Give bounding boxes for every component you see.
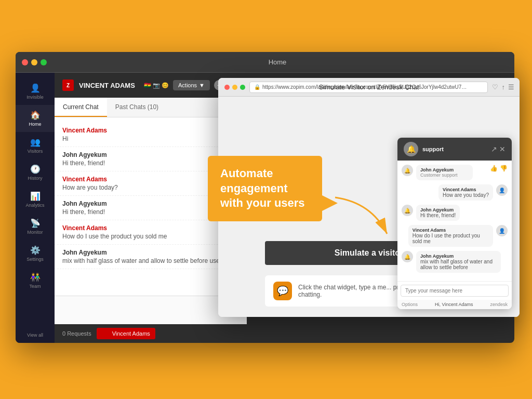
visitor-avatar-sm: 👤 (496, 184, 508, 196)
widget-message-input[interactable] (401, 285, 509, 297)
callout-arrow (330, 192, 392, 244)
sim-max-btn[interactable] (240, 85, 245, 90)
sidebar-item-home[interactable]: 🏠 Home (16, 105, 55, 132)
widget-message-item: 🔔 John Agyekum mix with half glass of wa… (402, 251, 508, 273)
agent-avatar-sm: 🔔 (402, 205, 413, 216)
sidebar-label-team: Team (29, 284, 41, 289)
sidebar-item-analytics[interactable]: 📊 Analytics (16, 186, 55, 213)
widget-msg-text: How do I use the product you sold me (413, 233, 489, 244)
widget-support-label: support (422, 146, 444, 152)
browser-nav-icons: ♡ ↑ ☰ (492, 83, 514, 91)
main-window-title: Home (47, 58, 508, 66)
status-user-badge: Vincent Adams (97, 328, 155, 339)
sidebar-item-visitors[interactable]: 👥 Visitors (16, 132, 55, 159)
sidebar-item-invisible[interactable]: 👤 Invisible (16, 78, 55, 105)
sim-window-controls (224, 85, 245, 90)
settings-icon: ⚙️ (30, 245, 41, 255)
agent-avatar-sm: 🔔 (402, 165, 413, 176)
close-btn-main[interactable] (22, 59, 28, 65)
sidebar-item-settings[interactable]: ⚙️ Settings (16, 240, 55, 267)
menu-icon: ☰ (508, 83, 514, 91)
sidebar-item-viewall[interactable]: View all (16, 327, 55, 343)
sim-min-btn[interactable] (232, 85, 237, 90)
widget-sender: John Agyekum (420, 254, 497, 259)
widget-msg-text: mix with half glass of water and allow t… (420, 259, 497, 270)
thumbs-up-btn[interactable]: 👍 (490, 165, 498, 172)
thumbs-down-btn[interactable]: 👎 (500, 165, 508, 172)
chat-widget-icon: 💬 (273, 282, 292, 300)
bookmark-icon: ♡ (492, 83, 498, 91)
max-btn-main[interactable] (41, 59, 47, 65)
widget-sender: Vincent Adams (443, 187, 489, 192)
widget-greeting: Hi, Vincent Adams (435, 302, 473, 307)
sidebar: 👤 Invisible 🏠 Home 👥 Visitors 🕐 History … (16, 73, 55, 343)
chat-widget-popup: 🔔 support ↗ ✕ 🔔 John Agyekum Customer su… (397, 138, 512, 309)
message-sender: John Agyekum (62, 249, 239, 256)
widget-bubble: Vincent Adams How do I use the product y… (408, 225, 493, 247)
widget-bubble: Vincent Adams How are you today? (438, 184, 493, 201)
tab-past-chats[interactable]: Past Chats (10) (107, 98, 167, 117)
sidebar-label-viewall: View all (27, 332, 43, 338)
actions-button[interactable]: Actions ▼ (173, 80, 210, 90)
feedback-buttons: 👍 👎 (490, 165, 508, 172)
agent-avatar: 🔔 (404, 142, 418, 156)
widget-sender: Vincent Adams (413, 228, 489, 233)
widget-header: 🔔 support ↗ ✕ (397, 138, 512, 161)
sidebar-label-history: History (28, 176, 42, 181)
status-icons: 🇬🇭 📷 😊 (144, 82, 169, 89)
badge-username: Vincent Adams (112, 330, 150, 337)
requests-count: 0 Requests (62, 330, 91, 337)
simulate-topbar: 🔒 https://www.zopim.com/landing/simulate… (218, 78, 520, 97)
widget-bubble: John Agyekum Customer support (416, 165, 473, 180)
sidebar-label-home: Home (29, 122, 41, 127)
callout-tooltip: Automate engagement with your users (208, 156, 322, 221)
widget-sender: John Agyekum (420, 207, 456, 212)
monitor-icon: 📡 (30, 218, 41, 228)
main-window-topbar: Home (16, 52, 514, 73)
widget-input-area (397, 281, 512, 300)
widget-header-right: ↗ ✕ (491, 145, 506, 153)
message-sender: Vincent Adams (62, 127, 239, 134)
invisible-icon: 👤 (30, 83, 41, 93)
team-icon: 👫 (30, 272, 41, 282)
simulate-window-title: Simulate Visitor on Zendesk Chat (319, 78, 419, 97)
widget-message-item: 👤 Vincent Adams How do I use the product… (402, 225, 508, 247)
tab-current-chat[interactable]: Current Chat (55, 98, 107, 117)
lock-icon: 🔒 (254, 84, 260, 90)
sim-close-btn[interactable] (224, 85, 230, 90)
widget-options-label[interactable]: Options (402, 302, 418, 307)
logo: Z (62, 79, 74, 91)
min-btn-main[interactable] (31, 59, 37, 65)
sidebar-label-settings: Settings (26, 257, 44, 262)
widget-header-left: 🔔 support (404, 142, 444, 156)
widget-sender: John Agyekum (420, 167, 469, 172)
callout-text: Automate engagement with your users (220, 167, 305, 209)
message-text: mix with half glass of water and allow t… (62, 257, 239, 264)
message-text: Hi (62, 135, 239, 142)
message-text: How do I use the product you sold me (62, 233, 239, 240)
widget-message-item: 👤 Vincent Adams How are you today? (402, 184, 508, 201)
window-controls (22, 59, 47, 65)
sidebar-label-analytics: Analytics (25, 203, 44, 208)
user-name: VINCENT ADAMS (79, 82, 139, 89)
sidebar-item-monitor[interactable]: 📡 Monitor (16, 213, 55, 240)
sidebar-item-history[interactable]: 🕐 History (16, 159, 55, 186)
visitor-avatar-sm: 👤 (496, 225, 508, 236)
widget-close-btn[interactable]: ✕ (499, 145, 506, 153)
sidebar-label-monitor: Monitor (27, 230, 43, 235)
widget-msg-text: Hi there, friend! (420, 212, 456, 218)
widget-brand: zendesk (490, 302, 508, 307)
status-bar: 0 Requests Vincent Adams (55, 324, 247, 343)
agent-role: Customer support (420, 172, 469, 178)
sidebar-label-visitors: Visitors (28, 149, 43, 154)
widget-bubble: John Agyekum mix with half glass of wate… (416, 251, 501, 273)
sidebar-item-team[interactable]: 👫 Team (16, 267, 55, 294)
message-sender: Vincent Adams (62, 224, 239, 232)
widget-message-item: 🔔 John Agyekum Customer support 👍 👎 (402, 165, 508, 180)
widget-message-item: 🔔 John Agyekum Hi there, friend! (402, 205, 508, 221)
visitors-icon: 👥 (30, 137, 41, 147)
widget-expand-btn[interactable]: ↗ (491, 145, 497, 153)
share-icon: ↑ (501, 83, 505, 91)
widget-messages: 🔔 John Agyekum Customer support 👍 👎 � (397, 161, 512, 281)
sidebar-label-invisible: Invisible (26, 95, 44, 100)
